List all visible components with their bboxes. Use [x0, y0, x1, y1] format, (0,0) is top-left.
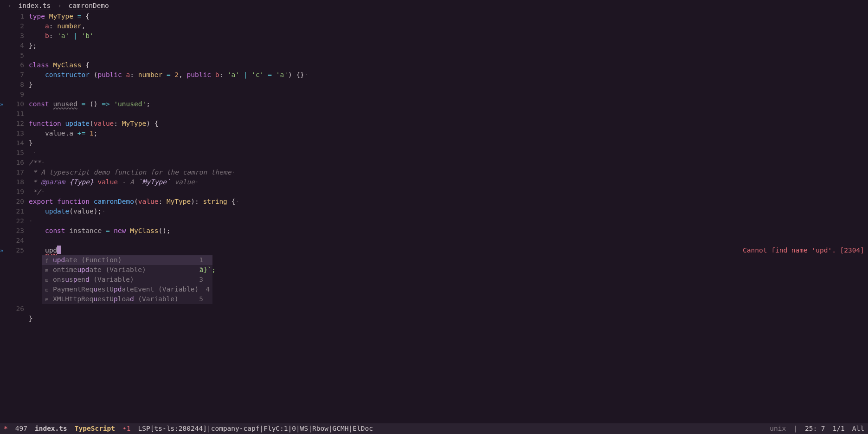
code-content[interactable] — [29, 304, 45, 314]
code-line[interactable]: 6class MyClass { — [0, 60, 868, 70]
code-content[interactable]: type MyType = { — [29, 12, 90, 21]
code-line[interactable]: 20export function camronDemo(value: MyTy… — [0, 197, 868, 207]
code-line[interactable]: 22· — [0, 216, 868, 226]
code-content[interactable]: */· — [29, 187, 45, 197]
code-line[interactable]: 9 — [0, 90, 868, 99]
code-line[interactable]: 7 constructor (public a: number = 2, pub… — [0, 70, 868, 80]
code-line[interactable]: 24 — [0, 236, 868, 246]
code-line[interactable]: 16/**· — [0, 158, 868, 168]
code-line[interactable]: 2 a: number, — [0, 21, 868, 31]
code-line[interactable]: 15 · — [0, 148, 868, 158]
code-line[interactable]: 14} — [0, 138, 868, 148]
completion-item[interactable]: ⊞ontimeupdate (Variable)2 — [42, 265, 212, 275]
variable-icon: ⊞ — [44, 296, 50, 304]
code-content[interactable]: }; — [29, 41, 37, 51]
code-line[interactable]: 11 — [0, 109, 868, 119]
code-content[interactable]: · — [29, 148, 37, 158]
code-line[interactable]: »25 upd — [0, 246, 868, 255]
completion-index: 1 — [195, 255, 203, 265]
completion-label: ontimeupdate (Variable) — [53, 265, 192, 275]
code-line[interactable]: } — [0, 314, 868, 324]
breadcrumb-symbol[interactable]: camronDemo — [69, 2, 109, 9]
line-number: 19 — [4, 187, 29, 197]
variable-icon: ⊞ — [44, 267, 50, 274]
line-number: 6 — [4, 60, 29, 70]
variable-icon: ⊞ — [44, 286, 50, 294]
line-number: 21 — [4, 207, 29, 216]
code-content[interactable]: } — [29, 314, 41, 324]
status-sep: | — [790, 424, 801, 434]
code-content[interactable]: const instance = new MyClass(); — [29, 226, 171, 236]
code-content[interactable]: * @param {Type} value - A `MyType` value… — [29, 177, 199, 187]
code-content[interactable]: function update(value: MyType) { — [29, 119, 158, 129]
line-number: 18 — [4, 177, 29, 187]
filename[interactable]: index.ts — [31, 424, 71, 434]
code-content[interactable]: a: number, — [29, 21, 85, 31]
completion-index: 4 — [201, 285, 210, 294]
code-line[interactable]: 8} — [0, 80, 868, 90]
completion-label: update (Function) — [53, 255, 192, 265]
code-line[interactable]: 1type MyType = { — [0, 12, 868, 21]
completion-index: 3 — [195, 275, 203, 285]
code-content[interactable]: constructor (public a: number = 2, publi… — [29, 70, 309, 80]
code-content[interactable]: } — [29, 80, 33, 90]
code-line[interactable]: 23 const instance = new MyClass(); — [0, 226, 868, 236]
line-number: 8 — [4, 80, 29, 90]
code-line[interactable]: 13 value.a += 1; — [0, 129, 868, 138]
code-content[interactable]: * A typescript demo function for the cam… — [29, 168, 235, 177]
code-content[interactable]: export function camronDemo(value: MyType… — [29, 197, 239, 207]
code-line[interactable]: 12function update(value: MyType) { — [0, 119, 868, 129]
page-indicator: 1/1 — [829, 424, 849, 434]
completion-item[interactable]: ⊞onsuspend (Variable)3 — [42, 275, 212, 285]
code-content[interactable]: const unused = () => 'unused'; — [29, 99, 150, 109]
completion-popup[interactable]: ƒupdate (Function)1⊞ontimeupdate (Variab… — [42, 255, 212, 304]
code-editor[interactable]: 1type MyType = {2 a: number,3 b: 'a' | '… — [0, 12, 868, 324]
function-icon: ƒ — [44, 257, 50, 265]
completion-label: onsuspend (Variable) — [53, 275, 192, 285]
line-number: 2 — [4, 21, 29, 31]
modified-indicator: * — [0, 424, 12, 434]
code-line[interactable]: 5 — [0, 51, 868, 60]
completion-item[interactable]: ƒupdate (Function)1 — [42, 255, 212, 265]
code-content[interactable]: upd — [29, 246, 61, 255]
code-line[interactable]: 3 b: 'a' | 'b' — [0, 31, 868, 41]
completion-label: PaymentRequestUpdateEvent (Variable) — [53, 285, 199, 294]
code-content[interactable]: /**· — [29, 158, 45, 168]
status-bar: * 497 index.ts TypeScript •1 LSP[ts-ls:2… — [0, 423, 868, 434]
line-number: 11 — [4, 109, 29, 119]
code-content[interactable]: b: 'a' | 'b' — [29, 31, 94, 41]
code-content[interactable]: update(value);· — [29, 207, 106, 216]
scroll-indicator: All — [849, 424, 868, 434]
completion-index: 5 — [195, 294, 203, 304]
code-line[interactable]: 19 */· — [0, 187, 868, 197]
code-content[interactable]: class MyClass { — [29, 60, 90, 70]
code-line[interactable]: 17 * A typescript demo function for the … — [0, 168, 868, 177]
fringe-marker: » — [0, 247, 4, 255]
line-number: 9 — [4, 90, 29, 99]
line-number: 4 — [4, 41, 29, 51]
code-content[interactable]: · — [29, 216, 33, 226]
completion-item[interactable]: ⊞XMLHttpRequestUpload (Variable)5 — [42, 294, 212, 304]
code-line[interactable]: 18 * @param {Type} value - A `MyType` va… — [0, 177, 868, 187]
code-line[interactable]: 21 update(value);· — [0, 207, 868, 216]
line-number: 16 — [4, 158, 29, 168]
line-number: 3 — [4, 31, 29, 41]
chevron-right-icon: › — [58, 2, 62, 9]
line-number: 13 — [4, 129, 29, 138]
line-number: 15 — [4, 148, 29, 158]
line-number: 25 — [4, 246, 29, 255]
line-number: 17 — [4, 168, 29, 177]
error-dot-icon: •1 — [119, 424, 134, 434]
major-mode[interactable]: TypeScript — [71, 424, 119, 434]
code-line[interactable]: 26 — [0, 304, 868, 314]
line-number: 20 — [4, 197, 29, 207]
completion-item[interactable]: ⊞PaymentRequestUpdateEvent (Variable)4 — [42, 285, 212, 294]
line-number: 26 — [4, 304, 29, 314]
code-content[interactable]: } — [29, 138, 33, 148]
code-content[interactable]: value.a += 1; — [29, 129, 97, 138]
encoding: unix — [766, 424, 790, 434]
code-line[interactable]: »10const unused = () => 'unused'; — [0, 99, 868, 109]
breadcrumb-file[interactable]: index.ts — [18, 2, 51, 9]
breadcrumb: › index.ts › camronDemo — [0, 0, 868, 12]
code-line[interactable]: 4}; — [0, 41, 868, 51]
